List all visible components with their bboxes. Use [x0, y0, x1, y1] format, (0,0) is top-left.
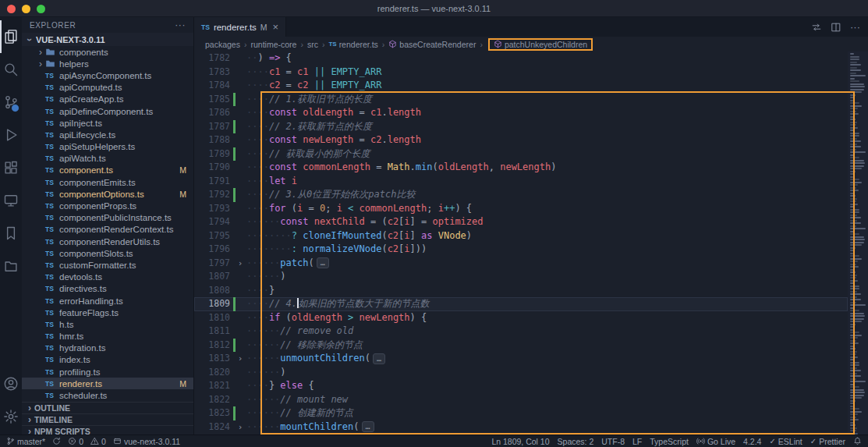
section-timeline[interactable]: ›TIMELINE: [22, 413, 193, 425]
tree-item-componentpublicinstance-ts[interactable]: TScomponentPublicInstance.ts: [22, 212, 193, 224]
source-control-icon[interactable]: [0, 86, 22, 119]
more-actions-icon[interactable]: ···: [850, 22, 860, 32]
status-indentation[interactable]: Spaces: 2: [558, 437, 594, 446]
tree-item-directives-ts[interactable]: TSdirectives.ts: [22, 283, 193, 295]
breadcrumb-patchunkeyedchildren[interactable]: patchUnkeyedChildren: [488, 38, 593, 51]
code-line-1810[interactable]: 1810····if (oldLength > newLength) {: [194, 311, 848, 325]
tree-item-profiling-ts[interactable]: TSprofiling.ts: [22, 366, 193, 378]
status-encoding[interactable]: UTF-8: [601, 437, 625, 446]
minimize-window-button[interactable]: [22, 5, 30, 13]
status-prettier[interactable]: ✓Prettier: [810, 437, 845, 446]
section-npm-scripts[interactable]: ›NPM SCRIPTS: [22, 425, 193, 435]
split-editor-icon[interactable]: [831, 22, 841, 33]
tree-item-componentprops-ts[interactable]: TScomponentProps.ts: [22, 200, 193, 211]
code-line-1807[interactable]: 1807······): [194, 270, 848, 284]
status-errors[interactable]: 0: [68, 437, 83, 446]
status-eslint[interactable]: ✓ESLint: [769, 437, 802, 446]
tree-item-componentemits-ts[interactable]: TScomponentEmits.ts: [22, 176, 193, 188]
code-line-1796[interactable]: 1796········: normalizeVNode(c2[i])): [194, 243, 848, 257]
live-server-icon[interactable]: [0, 184, 22, 217]
code-line-1823[interactable]: 1823······// 创建新的节点: [194, 406, 848, 420]
code-line-1808[interactable]: 1808····}: [194, 284, 848, 298]
tree-item-apicreateapp-ts[interactable]: TSapiCreateApp.ts: [22, 94, 193, 105]
section-outline[interactable]: ›OUTLINE: [22, 402, 193, 413]
fold-chevron-icon[interactable]: ›: [236, 257, 245, 271]
code-line-1794[interactable]: 1794······const nextChild = (c2[i] = opt…: [194, 215, 848, 229]
search-icon[interactable]: [0, 53, 22, 86]
run-debug-icon[interactable]: [0, 119, 22, 151]
status-go-live[interactable]: Go Live: [696, 437, 735, 446]
tree-item-componentrendercontext-ts[interactable]: TScomponentRenderContext.ts: [22, 224, 193, 236]
code-line-1791[interactable]: 1791····let i: [194, 175, 848, 189]
tree-item-devtools-ts[interactable]: TSdevtools.ts: [22, 271, 193, 283]
code-line-1812[interactable]: 1812······// 移除剩余的节点: [194, 339, 848, 353]
status-language[interactable]: TypeScript: [650, 437, 689, 446]
code-line-1782[interactable]: 1782··) => {: [194, 51, 848, 66]
tree-item-componentoptions-ts[interactable]: TScomponentOptions.tsM: [22, 188, 193, 200]
breadcrumb-basecreaterenderer[interactable]: baseCreateRenderer: [388, 40, 476, 49]
tree-item-apisetuphelpers-ts[interactable]: TSapiSetupHelpers.ts: [22, 141, 193, 153]
open-changes-icon[interactable]: [811, 22, 822, 33]
code-line-1786[interactable]: 1786····const oldLength = c1.length: [194, 106, 848, 120]
tree-item-apiinject-ts[interactable]: TSapiInject.ts: [22, 117, 193, 129]
code-line-1797[interactable]: 1797›······patch(…: [194, 257, 848, 271]
explorer-icon[interactable]: [0, 20, 22, 53]
breadcrumb-src[interactable]: src: [307, 40, 318, 49]
breadcrumb-packages[interactable]: packages: [205, 40, 240, 49]
account-icon[interactable]: [0, 367, 22, 400]
tree-item-errorhandling-ts[interactable]: TSerrorHandling.ts: [22, 295, 193, 307]
status-project[interactable]: vue-next-3.0.11: [113, 437, 180, 446]
settings-icon[interactable]: [0, 400, 22, 433]
status-line-col[interactable]: Ln 1809, Col 10: [491, 437, 549, 446]
tree-item-componentslots-ts[interactable]: TScomponentSlots.ts: [22, 247, 193, 259]
code-line-1813[interactable]: 1813›······unmountChildren(…: [194, 352, 848, 366]
tree-item-apiwatch-ts[interactable]: TSapiWatch.ts: [22, 153, 193, 165]
tree-item-apilifecycle-ts[interactable]: TSapiLifecycle.ts: [22, 129, 193, 140]
bookmarks-icon[interactable]: [0, 217, 22, 250]
tab-renderer-ts[interactable]: TS renderer.ts M ×: [194, 17, 286, 37]
maximize-window-button[interactable]: [37, 5, 45, 13]
code-line-1821[interactable]: 1821····} else {: [194, 379, 848, 393]
code-line-1785[interactable]: 1785····// 1.获取旧节点的长度: [194, 93, 848, 107]
code-line-1824[interactable]: 1824›······mountChildren(…: [194, 420, 848, 435]
tree-item-helpers[interactable]: ›helpers: [22, 58, 193, 69]
code-line-1809[interactable]: 1809····// 4.如果旧的节点数大于新的节点数: [194, 297, 848, 311]
tree-item-component-ts[interactable]: TScomponent.tsM: [22, 165, 193, 176]
tree-item-apidefinecomponent-ts[interactable]: TSapiDefineComponent.ts: [22, 105, 193, 117]
status-branch[interactable]: master*: [6, 437, 45, 446]
status-notifications[interactable]: [853, 437, 862, 445]
status-ts-version[interactable]: 4.2.4: [743, 437, 761, 446]
explorer-more-actions-icon[interactable]: ···: [175, 20, 186, 30]
tree-item-scheduler-ts[interactable]: TSscheduler.ts: [22, 389, 193, 401]
tree-item-components[interactable]: ›components: [22, 46, 193, 58]
fold-chevron-icon[interactable]: ›: [236, 352, 245, 366]
tree-item-renderer-ts[interactable]: TSrenderer.tsM: [22, 378, 193, 389]
status-sync[interactable]: [52, 437, 61, 445]
tree-item-customformatter-ts[interactable]: TScustomFormatter.ts: [22, 259, 193, 271]
minimap[interactable]: [848, 51, 868, 435]
tree-item-hydration-ts[interactable]: TShydration.ts: [22, 342, 193, 354]
code-line-1822[interactable]: 1822······// mount new: [194, 393, 848, 407]
breadcrumb-renderer-ts[interactable]: TSrenderer.ts: [328, 40, 377, 49]
code-line-1792[interactable]: 1792····// 3.从0位置开始依次patch比较: [194, 188, 848, 202]
tree-item-apicomputed-ts[interactable]: TSapiComputed.ts: [22, 82, 193, 94]
workspace-section-header[interactable]: › VUE-NEXT-3.0.11: [22, 33, 193, 46]
tree-item-apiasynccomponent-ts[interactable]: TSapiAsyncComponent.ts: [22, 69, 193, 81]
code-line-1795[interactable]: 1795········? cloneIfMounted(c2[i] as VN…: [194, 229, 848, 243]
fold-chevron-icon[interactable]: ›: [236, 420, 245, 435]
code-line-1788[interactable]: 1788····const newLength = c2.length: [194, 133, 848, 147]
project-manager-icon[interactable]: [0, 250, 22, 282]
tree-item-index-ts[interactable]: TSindex.ts: [22, 354, 193, 366]
code-line-1787[interactable]: 1787····// 2.获取新节点的长度: [194, 120, 848, 134]
code-line-1793[interactable]: 1793····for (i = 0; i < commonLength; i+…: [194, 202, 848, 216]
tree-item-h-ts[interactable]: TSh.ts: [22, 318, 193, 330]
code-line-1784[interactable]: 1784····c2 = c2 || EMPTY_ARR: [194, 79, 848, 93]
status-eol[interactable]: LF: [632, 437, 642, 446]
code-line-1783[interactable]: 1783····c1 = c1 || EMPTY_ARR: [194, 66, 848, 80]
code-editor[interactable]: 1782··) => {1783····c1 = c1 || EMPTY_ARR…: [194, 51, 868, 435]
code-line-1790[interactable]: 1790····const commonLength = Math.min(ol…: [194, 161, 848, 175]
extensions-icon[interactable]: [0, 151, 22, 184]
tree-item-hmr-ts[interactable]: TShmr.ts: [22, 331, 193, 342]
code-line-1811[interactable]: 1811······// remove old: [194, 325, 848, 339]
tree-item-componentrenderutils-ts[interactable]: TScomponentRenderUtils.ts: [22, 236, 193, 247]
